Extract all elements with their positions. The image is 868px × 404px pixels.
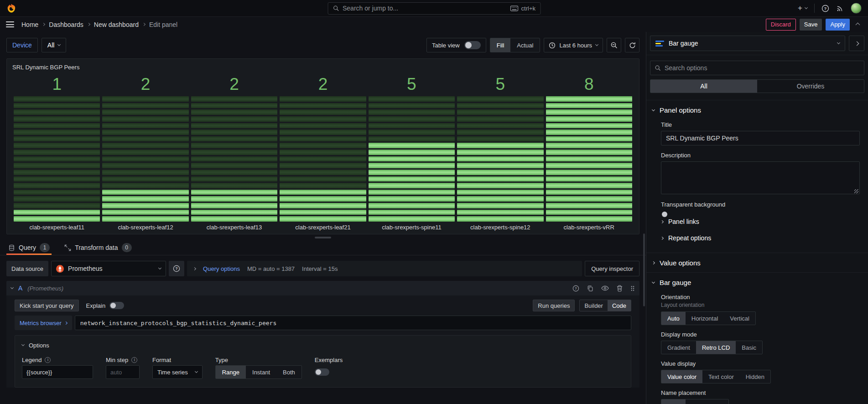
lcd-cell [546,150,632,155]
value-display-hidden[interactable]: Hidden [740,370,770,383]
actual-option[interactable]: Actual [510,38,540,52]
drag-handle-icon[interactable] [630,285,635,292]
fill-option[interactable]: Fill [490,38,511,52]
panel-resize-handle[interactable] [0,234,646,240]
breadcrumb-new-dashboard[interactable]: New dashboard [94,21,139,28]
display-mode-basic[interactable]: Basic [736,341,762,354]
builder-option[interactable]: Builder [580,300,607,311]
type-range-option[interactable]: Range [216,366,246,378]
exemplars-label: Exemplars [315,357,343,363]
lcd-cell [102,116,188,122]
repeat-options-collapsible[interactable]: Repeat options [661,230,860,246]
lcd-cell-stack [191,96,277,222]
collapse-options-pane-button[interactable] [849,36,864,51]
variable-device-value-dropdown[interactable]: All [42,38,67,52]
display-mode-retro-lcd[interactable]: Retro LCD [696,341,736,354]
tab-all[interactable]: All [650,80,757,93]
options-search-input[interactable] [665,64,860,72]
bar-category-label: clab-srexperts-leaf21 [280,222,366,233]
discard-button[interactable]: Discard [766,19,796,31]
type-both-option[interactable]: Both [276,366,301,378]
run-queries-button[interactable]: Run queries [533,300,575,311]
query-inspector-button[interactable]: Query inspector [585,261,639,276]
menu-toggle-icon[interactable] [6,21,14,27]
query-options-collapsed[interactable]: Query options MD = auto = 1387 Interval … [187,261,582,276]
explain-toggle[interactable] [109,302,124,309]
time-range-picker[interactable]: Last 6 hours [544,38,603,52]
transparent-background-label: Transparent background [661,201,860,208]
name-placement-left[interactable]: Left [707,399,729,404]
delete-query-trash-icon[interactable] [617,285,623,292]
apply-button[interactable]: Apply [826,19,850,31]
orientation-auto[interactable]: Auto [661,312,686,325]
tab-transform-data[interactable]: Transform data 0 [62,240,133,255]
display-mode-gradient[interactable]: Gradient [661,341,696,354]
lcd-cell [14,196,100,202]
news-rss-icon[interactable] [836,5,844,12]
global-search-input[interactable] [343,5,507,12]
collapse-header-button[interactable] [853,21,862,28]
panel-title-input[interactable] [661,131,860,145]
help-icon[interactable]: ? [821,5,829,12]
lcd-cell [457,216,543,222]
global-search[interactable]: ctrl+k [327,2,541,15]
lcd-cell-stack [280,96,366,222]
value-display-text-color[interactable]: Text color [702,370,740,383]
type-instant-option[interactable]: Instant [246,366,276,378]
value-options-header[interactable]: Value options [646,253,868,270]
zoom-out-button[interactable] [607,38,621,52]
lcd-cell [102,216,188,222]
legend-input[interactable] [22,365,93,379]
resize-grip-icon[interactable] [854,189,858,193]
grafana-logo[interactable] [6,3,16,13]
refresh-button[interactable] [625,38,639,52]
panel-links-collapsible[interactable]: Panel links [661,213,860,230]
collapse-query-icon[interactable] [10,286,14,289]
value-display-value-color[interactable]: Value color [661,370,702,383]
info-icon[interactable]: i [131,357,137,363]
kick-start-query-button[interactable]: Kick start your query [15,300,79,311]
main-scrollbar[interactable] [643,233,645,306]
exemplars-toggle[interactable] [315,368,329,376]
options-search[interactable] [650,61,864,75]
breadcrumb-dashboards[interactable]: Dashboards [49,21,83,28]
user-avatar[interactable] [851,3,862,14]
duplicate-query-icon[interactable] [587,285,593,292]
min-step-input[interactable] [106,365,140,379]
lcd-cell [14,109,100,115]
bar-gauge-header[interactable]: Bar gauge [646,273,868,290]
datasource-picker[interactable]: Prometheus [51,261,166,276]
format-select[interactable]: Time series [152,365,203,379]
lcd-cell [280,210,366,215]
query-row-header[interactable]: A (Prometheus) ? [6,281,639,295]
promql-expression-input[interactable]: network_instance_protocols_bgp_statistic… [75,316,631,330]
query-help-icon[interactable]: ? [572,285,579,292]
name-placement-top[interactable]: Top [686,399,707,404]
name-placement-auto[interactable]: Auto [661,399,686,404]
tab-query[interactable]: Query 1 [6,240,52,255]
tab-overrides[interactable]: Overrides [757,80,864,93]
hide-query-eye-icon[interactable] [601,285,609,291]
info-icon[interactable]: i [45,357,51,363]
lcd-cell [280,176,366,182]
lcd-cell [457,129,543,135]
orientation-horizontal[interactable]: Horizontal [686,312,724,325]
lcd-cell [14,210,100,215]
lcd-cell [546,156,632,162]
panel-description-textarea[interactable] [661,161,860,194]
bar-gauge-panel[interactable]: SRL Dynamic BGP Peers 1clab-srexperts-le… [6,58,639,234]
panel-options-header[interactable]: Panel options [646,100,868,118]
lcd-cell [191,170,277,175]
variable-device-label[interactable]: Device [6,38,38,52]
new-menu-button[interactable]: + [798,4,807,13]
save-button[interactable]: Save [800,19,822,31]
bar-value-label: 2 [191,73,277,96]
datasource-help-button[interactable]: ? [169,261,184,276]
visualization-picker[interactable]: Bar gauge [650,36,845,51]
code-option[interactable]: Code [608,300,631,311]
breadcrumb-home[interactable]: Home [21,21,38,28]
table-view-toggle[interactable] [464,41,481,49]
options-collapse-header[interactable]: Options [22,340,624,351]
metrics-browser-button[interactable]: Metrics browser [15,316,72,330]
orientation-vertical[interactable]: Vertical [724,312,755,325]
